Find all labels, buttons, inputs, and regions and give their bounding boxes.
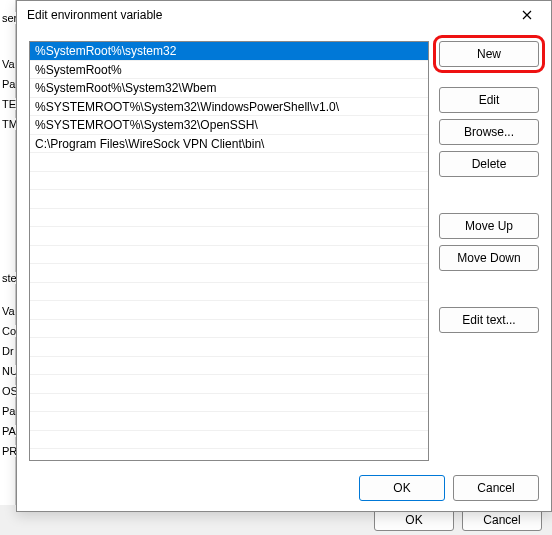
bg-text: TE bbox=[0, 98, 16, 110]
list-item-empty: . bbox=[30, 227, 428, 246]
bg-text: ste bbox=[0, 272, 17, 284]
bg-text: Dr bbox=[0, 345, 14, 357]
list-item[interactable]: C:\Program Files\WireSock VPN Client\bin… bbox=[30, 135, 428, 154]
list-item-empty: . bbox=[30, 301, 428, 320]
bg-text: Co bbox=[0, 325, 16, 337]
cancel-button[interactable]: Cancel bbox=[453, 475, 539, 501]
side-button-column: New Edit Browse... Delete Move Up Move D… bbox=[439, 41, 539, 461]
list-item-empty: . bbox=[30, 338, 428, 357]
bg-text: Pa bbox=[0, 78, 15, 90]
ok-button[interactable]: OK bbox=[359, 475, 445, 501]
new-button[interactable]: New bbox=[439, 41, 539, 67]
bg-text: Pa bbox=[0, 405, 15, 417]
list-item-empty: . bbox=[30, 375, 428, 394]
list-item-empty: . bbox=[30, 172, 428, 191]
bg-text: PR bbox=[0, 445, 17, 457]
list-item-empty: . bbox=[30, 283, 428, 302]
list-item-empty: . bbox=[30, 320, 428, 339]
list-item-empty: . bbox=[30, 209, 428, 228]
browse-button[interactable]: Browse... bbox=[439, 119, 539, 145]
dialog-title: Edit environment variable bbox=[27, 8, 162, 22]
list-item[interactable]: %SYSTEMROOT%\System32\OpenSSH\ bbox=[30, 116, 428, 135]
bg-text: ser bbox=[0, 12, 17, 24]
path-listbox[interactable]: %SystemRoot%\system32 %SystemRoot% %Syst… bbox=[29, 41, 429, 461]
edit-button[interactable]: Edit bbox=[439, 87, 539, 113]
bg-text: Va bbox=[0, 58, 15, 70]
edit-env-var-dialog: Edit environment variable %SystemRoot%\s… bbox=[16, 0, 552, 512]
list-item-empty: . bbox=[30, 357, 428, 376]
list-item[interactable]: %SystemRoot% bbox=[30, 61, 428, 80]
list-item-empty: . bbox=[30, 153, 428, 172]
list-item-empty: . bbox=[30, 431, 428, 450]
list-item-empty: . bbox=[30, 412, 428, 431]
list-item-empty: . bbox=[30, 190, 428, 209]
move-down-button[interactable]: Move Down bbox=[439, 245, 539, 271]
titlebar: Edit environment variable bbox=[17, 1, 551, 29]
move-up-button[interactable]: Move Up bbox=[439, 213, 539, 239]
list-item[interactable]: %SystemRoot%\System32\Wbem bbox=[30, 79, 428, 98]
bg-text: Va bbox=[0, 305, 15, 317]
list-item-empty: . bbox=[30, 394, 428, 413]
dialog-footer: OK Cancel bbox=[17, 469, 551, 515]
bg-text: PA bbox=[0, 425, 16, 437]
close-icon[interactable] bbox=[511, 1, 543, 29]
list-item-empty: . bbox=[30, 264, 428, 283]
list-item[interactable]: %SYSTEMROOT%\System32\WindowsPowerShell\… bbox=[30, 98, 428, 117]
edit-text-button[interactable]: Edit text... bbox=[439, 307, 539, 333]
delete-button[interactable]: Delete bbox=[439, 151, 539, 177]
list-item[interactable]: %SystemRoot%\system32 bbox=[30, 42, 428, 61]
list-item-empty: . bbox=[30, 246, 428, 265]
